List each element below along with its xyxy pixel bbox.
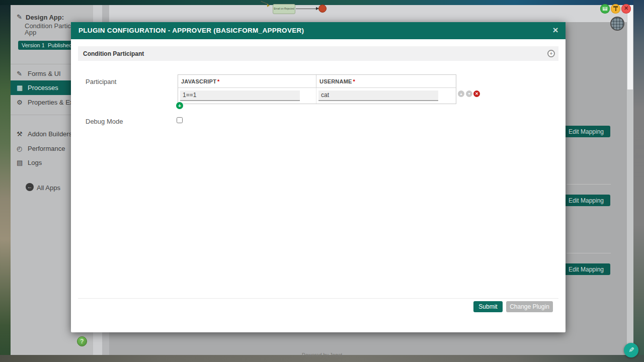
- move-row-up-button[interactable]: ▴: [458, 90, 464, 97]
- tools-icon: ⚒: [17, 130, 23, 138]
- avatar[interactable]: [610, 17, 624, 31]
- content-divider: [567, 253, 611, 253]
- dialog-close-button[interactable]: ×: [549, 23, 561, 37]
- column-header-username: USERNAME*: [316, 75, 456, 87]
- screen: Email on Rejected ✎ Design App: Conditio…: [0, 0, 644, 362]
- sidebar-item-label: Addon Builders: [28, 130, 72, 138]
- content-divider: [567, 184, 611, 185]
- help-button[interactable]: ?: [77, 336, 87, 346]
- section-header: Condition Participant +: [78, 46, 558, 61]
- processes-icon: ▦: [17, 84, 23, 92]
- design-fab-button[interactable]: ✎: [624, 343, 638, 357]
- participant-label: Participant: [86, 78, 116, 85]
- column-label: USERNAME: [319, 78, 352, 84]
- move-row-down-button[interactable]: ▾: [466, 90, 472, 97]
- add-row-button[interactable]: +: [176, 102, 183, 109]
- grid-data-row: [178, 88, 456, 104]
- section-title: Condition Participant: [83, 50, 144, 57]
- close-icon: ✕: [621, 5, 631, 12]
- footer-divider: [78, 298, 558, 299]
- participant-grid: JAVASCRIPT* USERNAME*: [178, 74, 456, 104]
- grid-cell: [316, 88, 456, 104]
- sidebar-item-label: Logs: [28, 159, 42, 166]
- process-canvas: [109, 5, 627, 22]
- sidebar-item-label: Processes: [28, 84, 58, 92]
- edit-pencil-icon: ✎: [17, 13, 22, 21]
- sidebar-item-label: Forms & UI: [28, 70, 61, 77]
- design-app-label: Design App:: [26, 14, 64, 21]
- grid-header-row: JAVASCRIPT* USERNAME*: [178, 75, 456, 88]
- dialog-header: PLUGIN CONFIGURATION - APPROVER (BASICFO…: [71, 22, 566, 39]
- required-asterisk: *: [353, 78, 355, 84]
- edit-mapping-button[interactable]: Edit Mapping: [562, 263, 610, 275]
- delete-row-button[interactable]: ✕: [473, 90, 480, 97]
- gear-icon: ⚙: [17, 99, 23, 106]
- transition-arrowhead: [267, 4, 270, 7]
- forms-ui-icon: ✎: [17, 70, 22, 77]
- javascript-input[interactable]: [180, 90, 300, 101]
- username-input[interactable]: [318, 90, 438, 101]
- dialog-title: PLUGIN CONFIGURATION - APPROVER (BASICFO…: [78, 22, 304, 39]
- page-scrollbar-track: [627, 5, 633, 355]
- speedometer-icon: ◴: [17, 145, 22, 152]
- column-label: JAVASCRIPT: [181, 78, 216, 84]
- back-arrow-icon: ←: [26, 183, 34, 191]
- powered-by-joget-label: Powered by Joget: [0, 352, 644, 358]
- desktop-wallpaper-left: [0, 0, 11, 362]
- debug-mode-label: Debug Mode: [86, 118, 123, 125]
- edit-mapping-button[interactable]: Edit Mapping: [562, 195, 610, 206]
- required-asterisk: *: [217, 78, 219, 84]
- all-apps-label: All Apps: [37, 184, 60, 192]
- submit-button[interactable]: Submit: [473, 301, 503, 312]
- process-end-node[interactable]: [318, 5, 327, 13]
- pencil-icon: ✎: [628, 343, 634, 357]
- transition-line: [296, 9, 317, 9]
- logs-icon: ▤: [17, 159, 23, 166]
- version-badge: Version 1: [18, 41, 48, 50]
- desktop-wallpaper-right: [633, 0, 644, 362]
- debug-mode-checkbox[interactable]: [177, 117, 183, 123]
- minimize-icon: [603, 7, 607, 11]
- pin-window-button[interactable]: [611, 4, 620, 14]
- section-settings-icon[interactable]: +: [547, 50, 555, 57]
- column-header-javascript: JAVASCRIPT*: [178, 75, 316, 87]
- plugin-configuration-dialog: PLUGIN CONFIGURATION - APPROVER (BASICFO…: [71, 22, 566, 332]
- pin-icon: [615, 7, 616, 11]
- grid-cell: [178, 88, 316, 104]
- minimize-window-button[interactable]: [600, 4, 610, 14]
- process-node-email-on-rejected[interactable]: Email on Rejected: [273, 4, 295, 14]
- page-scrollbar-thumb[interactable]: [627, 5, 633, 89]
- sidebar-item-label: Performance: [28, 145, 65, 152]
- close-window-button[interactable]: ✕: [621, 4, 631, 14]
- edit-mapping-button[interactable]: Edit Mapping: [562, 126, 610, 137]
- change-plugin-button[interactable]: Change Plugin: [506, 301, 553, 312]
